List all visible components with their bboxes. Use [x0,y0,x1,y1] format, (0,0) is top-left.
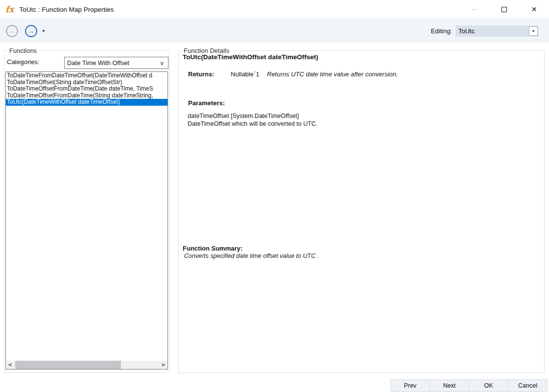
combo-arrow-icon: ▼ [532,29,535,33]
ok-button[interactable]: OK [469,379,508,392]
returns-label: Returns: [188,70,214,78]
returns-type: Nullable`1 [231,70,260,78]
close-icon: ✕ [531,6,537,13]
function-summary-label: Function Summary: [183,245,242,252]
maximize-icon [501,7,507,12]
categories-label: Categories: [7,58,39,66]
function-list-item[interactable]: ToDateTimeFromDateTimeOffset(DateTimeWit… [6,72,167,79]
nav-forward-button[interactable]: → [25,25,37,37]
parameter-name: dateTimeOffset [System.DateTimeOffset] [188,113,317,120]
scroll-left-icon[interactable]: < [6,361,14,369]
nav-dropdown-caret-icon[interactable]: ▼ [42,29,46,33]
prev-button[interactable]: Prev [390,379,430,392]
forward-arrow-icon: → [28,27,35,34]
categories-dropdown[interactable]: Date Time With Offset ∨ [64,57,168,69]
functions-panel: Functions Categories: Date Time With Off… [4,50,169,373]
function-list-item[interactable]: ToDateTimeOffsetFromDateTime(String date… [6,92,167,99]
function-list-item[interactable]: ToDateTimeOffset(String dateTimeOffsetSt… [6,79,167,86]
next-button[interactable]: Next [430,379,469,392]
scrollbar-thumb[interactable] [15,361,121,369]
function-list-item[interactable]: ToUtc(DateTimeWithOffset dateTimeOffset) [6,99,167,106]
window-controls: ✕ [459,0,549,19]
back-arrow-icon: ← [9,27,16,34]
maximize-button[interactable] [489,0,519,19]
cancel-button[interactable]: Cancel [508,379,548,392]
footer-buttons: Prev Next OK Cancel [390,379,548,392]
parameter-description: DateTimeOffset which will be converted t… [188,120,317,128]
categories-selected-value: Date Time With Offset [65,59,160,67]
function-details-panel: Function Details ToUtc(DateTimeWithOffse… [178,50,545,373]
functions-panel-title: Functions [7,46,39,55]
scroll-right-icon[interactable]: > [159,361,167,369]
function-list-item[interactable]: ToDateTimeOffsetFromDateTime(Date dateTi… [6,86,167,92]
chevron-down-icon: ∨ [160,60,168,67]
function-signature: ToUtc(DateTimeWithOffset dateTimeOffset) [183,53,318,61]
parameters-label: Parameters: [188,99,225,107]
editing-value: ToUtc [455,27,529,35]
close-button[interactable]: ✕ [519,0,549,19]
toolbar: ← → ▼ Editing: ToUtc ▼ [0,19,549,43]
nav-back-button[interactable]: ← [6,25,18,37]
editing-combobox[interactable]: ToUtc ▼ [455,25,539,37]
horizontal-scrollbar[interactable]: < > [6,361,167,369]
titlebar: fx ToUtc : Function Map Properties ✕ [0,0,549,19]
returns-description: Returns UTC date time value after conver… [267,70,398,78]
minimize-button[interactable] [459,0,489,19]
window-title: ToUtc : Function Map Properties [19,6,114,13]
fx-icon: fx [5,5,14,14]
function-list: ToDateTimeFromDateTimeOffset(DateTimeWit… [6,72,167,106]
function-summary-text: Converts specified date time offset valu… [184,253,319,259]
parameter-block: dateTimeOffset [System.DateTimeOffset] D… [188,113,317,128]
function-listbox: ToDateTimeFromDateTimeOffset(DateTimeWit… [5,71,168,369]
editing-combo-arrow-button[interactable]: ▼ [529,26,538,36]
editing-label: Editing: [431,27,452,35]
minimize-icon [472,9,477,10]
